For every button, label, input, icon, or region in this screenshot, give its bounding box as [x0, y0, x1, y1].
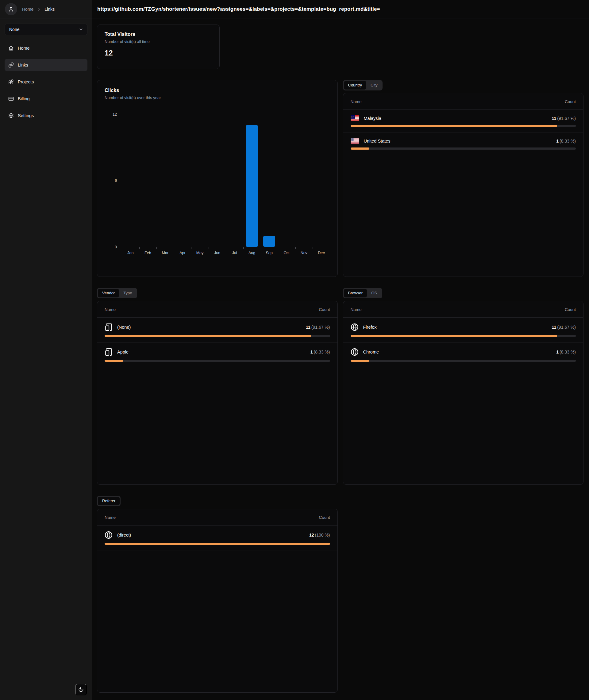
- user-avatar-button[interactable]: [5, 3, 17, 15]
- total-visitors-title: Total Visitors: [105, 32, 212, 37]
- table-row: United States 1(8.33 %): [343, 132, 583, 155]
- project-select[interactable]: None: [5, 24, 87, 35]
- tab-os[interactable]: OS: [367, 289, 381, 297]
- sidebar-item-links[interactable]: Links: [5, 59, 87, 71]
- vendor-panel: Vendor Type Name Count: [97, 288, 338, 485]
- column-name: Name: [105, 515, 116, 520]
- clicks-title: Clicks: [105, 88, 330, 93]
- referer-table-card: Name Count (direct) 12(100 %): [97, 509, 338, 693]
- browser-os-tabs: Browser OS: [343, 288, 382, 298]
- tab-type[interactable]: Type: [119, 289, 136, 297]
- tablet-smartphone-icon: [105, 348, 113, 356]
- clicks-panel: Clicks Number of visit(s) over this year…: [97, 80, 338, 277]
- main-content: Total Visitors Number of visit(s) all ti…: [92, 18, 589, 699]
- row-count: 12(100 %): [309, 533, 330, 538]
- globe-icon: [351, 348, 359, 356]
- tablet-smartphone-icon: [105, 323, 113, 331]
- row-name: Firefox: [363, 325, 547, 330]
- column-name: Name: [351, 307, 362, 312]
- sidebar-item-label: Links: [18, 62, 28, 67]
- table-header: Name Count: [343, 93, 583, 110]
- chevron-down-icon: [78, 27, 83, 32]
- progress-track: [105, 335, 330, 337]
- sidebar-item-label: Home: [18, 46, 30, 51]
- row-count: 11(91.67 %): [306, 325, 330, 330]
- malaysia-flag-icon: [351, 115, 359, 121]
- y-tick-label: 12: [113, 112, 117, 116]
- column-count: Count: [565, 307, 576, 312]
- row-percent: (100 %): [315, 533, 330, 538]
- total-visitors-subtitle: Number of visit(s) all time: [105, 39, 212, 44]
- bar-column-may: [191, 114, 209, 247]
- browser-panel: Browser OS Name Count: [343, 288, 584, 485]
- sidebar-item-home[interactable]: Home: [5, 42, 87, 54]
- sidebar-item-settings[interactable]: Settings: [5, 109, 87, 122]
- sidebar-footer: [0, 679, 92, 700]
- chevron-right-icon: [36, 7, 41, 12]
- tab-vendor[interactable]: Vendor: [98, 289, 119, 297]
- us-flag-icon: [351, 138, 359, 144]
- sidebar-item-billing[interactable]: Billing: [5, 93, 87, 105]
- row-count: 1(8.33 %): [556, 138, 576, 143]
- x-tick-label-aug: Aug: [243, 251, 261, 255]
- browser-table-card: Name Count Firefox 11(91.67 %): [343, 301, 584, 485]
- panels-grid: Clicks Number of visit(s) over this year…: [97, 80, 583, 693]
- gear-icon: [8, 113, 14, 118]
- progress-fill: [351, 125, 557, 127]
- progress-track: [105, 360, 330, 362]
- column-name: Name: [105, 307, 116, 312]
- progress-track: [105, 543, 330, 545]
- bar-column-apr: [174, 114, 191, 247]
- x-tick-label-mar: Mar: [157, 251, 174, 255]
- breadcrumb-current: Links: [44, 7, 55, 12]
- progress-track: [351, 335, 576, 337]
- bar-plot: [122, 114, 330, 247]
- progress-fill: [105, 360, 123, 362]
- column-count: Count: [319, 515, 330, 520]
- row-percent: (91.67 %): [557, 325, 576, 330]
- bar-column-sep: [260, 114, 278, 247]
- progress-fill: [105, 335, 311, 337]
- breadcrumb-home-link[interactable]: Home: [22, 7, 33, 12]
- x-tick-label-sep: Sep: [260, 251, 278, 255]
- table-row: Apple 1(8.33 %): [97, 342, 338, 367]
- row-name: Malaysia: [364, 116, 547, 121]
- country-city-tabs: Country City: [343, 80, 383, 90]
- bar-chart: 12 6 0 JanFebMarAprMayJunJulAugSepOctNov…: [105, 114, 330, 255]
- progress-fill: [351, 360, 369, 362]
- x-tick-label-nov: Nov: [295, 251, 313, 255]
- project-select-value: None: [9, 27, 19, 32]
- progress-track: [351, 147, 576, 149]
- x-axis-ticks: [122, 247, 330, 249]
- x-tick-label-apr: Apr: [174, 251, 191, 255]
- row-percent: (8.33 %): [314, 350, 330, 354]
- tab-referer[interactable]: Referer: [98, 497, 120, 505]
- y-axis: 12 6 0: [105, 114, 120, 247]
- y-tick-label: 6: [115, 179, 117, 183]
- tab-city[interactable]: City: [366, 81, 382, 89]
- row-percent: (91.67 %): [312, 325, 330, 330]
- link-icon: [8, 62, 14, 68]
- tab-country[interactable]: Country: [344, 81, 367, 89]
- row-percent: (8.33 %): [560, 138, 576, 143]
- home-icon: [8, 45, 14, 51]
- vendor-type-tabs: Vendor Type: [97, 288, 137, 298]
- x-tick-label-jan: Jan: [122, 251, 139, 255]
- bar-column-nov: [295, 114, 313, 247]
- x-tick-label-jul: Jul: [226, 251, 243, 255]
- total-visitors-card: Total Visitors Number of visit(s) all ti…: [97, 25, 220, 69]
- tab-browser[interactable]: Browser: [344, 289, 367, 297]
- table-row: (None) 11(91.67 %): [97, 318, 338, 342]
- credit-card-icon: [8, 96, 14, 101]
- table-header: Name Count: [97, 509, 338, 526]
- sidebar: Home Links None Home: [0, 0, 92, 700]
- bar-sep: [263, 236, 275, 247]
- bar-column-oct: [278, 114, 296, 247]
- vendor-table-card: Name Count (None) 11(91.67 %): [97, 301, 338, 485]
- sidebar-item-projects[interactable]: Projects: [5, 76, 87, 88]
- main-area: https://github.com/TZGyn/shortener/issue…: [92, 0, 589, 700]
- row-count: 1(8.33 %): [311, 350, 330, 354]
- theme-toggle-button[interactable]: [75, 684, 87, 695]
- bar-column-jul: [226, 114, 243, 247]
- sidebar-header: Home Links: [0, 0, 92, 18]
